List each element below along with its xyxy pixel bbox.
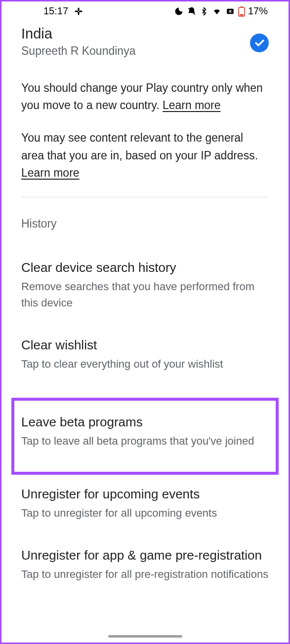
country-row[interactable]: India Supreeth R Koundinya [21, 25, 269, 58]
mute-icon [187, 6, 197, 16]
clear-search-desc: Remove searches that you have performed … [21, 278, 269, 311]
unregister-events-title: Unregister for upcoming events [21, 486, 269, 503]
clear-wishlist-item[interactable]: Clear wishlist Tap to clear everything o… [21, 337, 269, 372]
clear-wishlist-title: Clear wishlist [21, 337, 269, 354]
battery-icon [238, 6, 245, 17]
country-info-2: You may see content relevant to the gene… [21, 129, 269, 182]
country-name: India [21, 25, 135, 43]
moon-icon [174, 6, 184, 16]
status-left: 15:17 [43, 5, 83, 17]
unregister-prereg-desc: Tap to unregister for all pre-registrati… [21, 566, 269, 582]
unregister-prereg-item[interactable]: Unregister for app & game pre-registrati… [21, 547, 269, 582]
selected-check-icon [250, 34, 269, 52]
leave-beta-title: Leave beta programs [21, 414, 269, 431]
battery-percent: 17% [248, 5, 268, 17]
country-info-1: You should change your Play country only… [21, 79, 269, 114]
learn-more-link-2[interactable]: Learn more [21, 166, 80, 179]
svg-rect-1 [78, 11, 80, 15]
clear-search-title: Clear device search history [21, 259, 269, 276]
svg-rect-3 [79, 10, 83, 12]
info-text-1: You should change your Play country only… [21, 81, 263, 112]
wifi-icon [211, 7, 222, 16]
divider [21, 197, 269, 197]
close-badge-icon [225, 7, 235, 16]
history-section-label: History [21, 217, 269, 230]
status-right: 17% [174, 5, 268, 17]
svg-rect-7 [241, 6, 243, 7]
leave-beta-item[interactable]: Leave beta programs Tap to leave all bet… [21, 414, 269, 449]
status-bar: 15:17 17% [1, 1, 289, 20]
unregister-prereg-title: Unregister for app & game pre-registrati… [21, 547, 269, 564]
unregister-events-desc: Tap to unregister for all upcoming event… [21, 505, 269, 521]
learn-more-link-1[interactable]: Learn more [163, 99, 221, 112]
clear-search-history-item[interactable]: Clear device search history Remove searc… [21, 259, 269, 311]
svg-rect-0 [78, 7, 80, 11]
info-text-2: You may see content relevant to the gene… [21, 131, 258, 162]
slack-icon [74, 7, 83, 16]
svg-rect-2 [75, 10, 79, 12]
country-account: Supreeth R Koundinya [21, 44, 135, 58]
home-indicator[interactable] [108, 635, 182, 638]
unregister-events-item[interactable]: Unregister for upcoming events Tap to un… [21, 486, 269, 521]
svg-rect-8 [240, 14, 244, 16]
leave-beta-desc: Tap to leave all beta programs that you'… [21, 433, 269, 449]
clear-wishlist-desc: Tap to clear everything out of your wish… [21, 356, 269, 372]
highlight-box: Leave beta programs Tap to leave all bet… [11, 398, 279, 475]
bluetooth-icon [200, 6, 208, 16]
clock-text: 15:17 [43, 5, 68, 17]
